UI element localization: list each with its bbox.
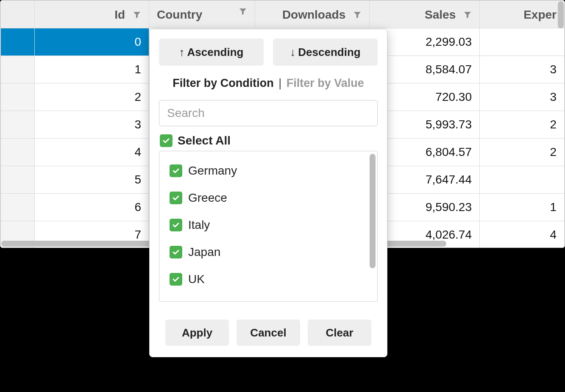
column-label: Exper <box>523 8 557 21</box>
checkbox-checked-icon[interactable] <box>170 219 182 231</box>
cell-id[interactable]: 4 <box>35 139 149 166</box>
cell-id[interactable]: 3 <box>35 111 149 139</box>
cell-expenses[interactable]: 3 <box>480 56 565 83</box>
column-header-sales[interactable]: Sales <box>370 1 480 28</box>
row-header[interactable] <box>1 111 35 139</box>
cell-id[interactable]: 5 <box>35 166 149 194</box>
filter-value-item[interactable]: Greece <box>165 184 371 211</box>
filter-value-list: Germany Greece Italy Japan UK <box>159 151 378 302</box>
cell-id[interactable]: 2 <box>35 83 149 111</box>
row-header[interactable] <box>1 194 35 221</box>
column-header-country[interactable]: Country <box>149 1 255 28</box>
row-header[interactable] <box>1 28 35 56</box>
arrow-down-icon: ↓ <box>290 46 295 59</box>
column-header-expenses[interactable]: Exper <box>480 1 565 28</box>
filter-value-label: UK <box>188 272 205 286</box>
filter-value-item[interactable]: Germany <box>165 157 371 184</box>
cancel-button[interactable]: Cancel <box>237 320 300 346</box>
filter-icon[interactable] <box>133 11 141 19</box>
row-header-corner <box>1 1 35 28</box>
cell-expenses[interactable]: 1 <box>480 194 565 221</box>
filter-by-value-tab[interactable]: Filter by Value <box>287 77 364 89</box>
row-header[interactable] <box>1 166 35 194</box>
cell-expenses[interactable] <box>480 166 565 194</box>
filter-value-label: Germany <box>188 164 237 178</box>
sort-row: ↑ Ascending ↓ Descending <box>159 39 378 66</box>
filter-icon[interactable] <box>463 11 472 19</box>
popup-action-row: Apply Cancel Clear <box>159 320 378 346</box>
cell-expenses[interactable] <box>480 28 565 56</box>
column-label: Country <box>157 8 202 21</box>
filter-value-label: Greece <box>188 191 227 205</box>
apply-button[interactable]: Apply <box>165 320 229 346</box>
mode-separator: | <box>277 77 283 89</box>
clear-button[interactable]: Clear <box>308 320 371 346</box>
value-list-scrollbar[interactable] <box>370 154 376 268</box>
checkbox-checked-icon[interactable] <box>160 134 173 147</box>
column-label: Id <box>114 8 125 21</box>
cell-id[interactable]: 6 <box>35 194 149 221</box>
vertical-scrollbar[interactable] <box>558 1 564 28</box>
row-header[interactable] <box>1 139 35 166</box>
filter-value-item[interactable]: Japan <box>165 239 371 266</box>
column-header-id[interactable]: Id <box>35 1 149 28</box>
cell-expenses[interactable]: 4 <box>480 221 565 248</box>
row-header[interactable] <box>1 83 35 111</box>
filter-value-item[interactable]: Italy <box>165 211 371 239</box>
filter-value-label: Italy <box>188 218 210 232</box>
sort-ascending-button[interactable]: ↑ Ascending <box>159 39 264 66</box>
cell-id[interactable]: 1 <box>35 56 149 83</box>
sort-desc-label: Descending <box>298 46 360 59</box>
cell-id[interactable]: 0 <box>35 28 149 56</box>
sort-descending-button[interactable]: ↓ Descending <box>273 39 378 66</box>
arrow-up-icon: ↑ <box>179 46 185 59</box>
checkbox-checked-icon[interactable] <box>170 273 182 286</box>
column-label: Sales <box>425 8 456 21</box>
sort-asc-label: Ascending <box>187 46 244 59</box>
filter-value-label: Japan <box>188 245 220 259</box>
column-label: Downloads <box>282 8 345 21</box>
cell-expenses[interactable]: 2 <box>480 139 565 166</box>
select-all-row[interactable]: Select All <box>159 134 378 147</box>
filter-value-item[interactable]: UK <box>165 266 371 293</box>
filter-search-input[interactable] <box>159 100 378 126</box>
select-all-label: Select All <box>178 134 231 147</box>
checkbox-checked-icon[interactable] <box>170 164 182 177</box>
column-filter-popup: ↑ Ascending ↓ Descending Filter by Condi… <box>149 29 387 357</box>
checkbox-checked-icon[interactable] <box>170 192 182 204</box>
cell-expenses[interactable]: 2 <box>480 111 565 139</box>
filter-icon[interactable] <box>239 7 247 16</box>
checkbox-checked-icon[interactable] <box>170 246 182 259</box>
column-header-downloads[interactable]: Downloads <box>255 1 370 28</box>
cell-expenses[interactable]: 3 <box>480 83 565 111</box>
filter-icon[interactable] <box>353 11 362 19</box>
row-header[interactable] <box>1 56 35 83</box>
filter-by-condition-tab[interactable]: Filter by Condition <box>173 77 273 89</box>
filter-mode-switch: Filter by Condition | Filter by Value <box>159 77 378 90</box>
